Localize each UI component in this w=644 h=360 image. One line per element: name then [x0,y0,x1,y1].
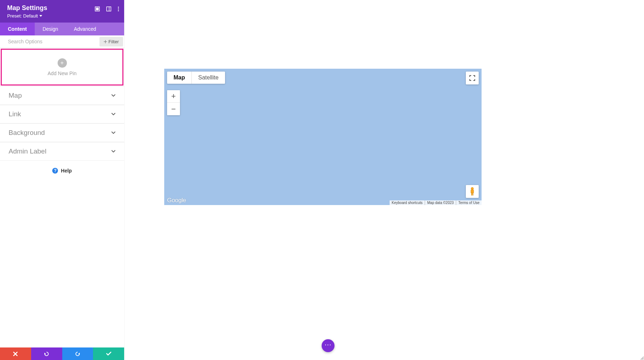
map-data-attribution[interactable]: Map data ©2023 [425,200,456,205]
accordion-label: Background [9,129,45,137]
svg-point-5 [118,9,119,10]
search-row: Filter [0,35,124,48]
settings-sidebar: Map Settings Preset: Default Content Des… [0,0,124,360]
resize-handle-icon[interactable] [640,356,644,360]
plus-icon [104,40,107,43]
chevron-down-icon [111,94,116,97]
sidebar-action-bar [0,347,124,360]
dock-icon[interactable] [106,6,111,11]
close-icon [13,352,18,356]
chevron-down-icon [111,150,116,153]
help-label: Help [61,168,72,174]
google-logo: Google [167,197,186,204]
accordion-map[interactable]: Map [0,86,124,105]
map-type-map[interactable]: Map [167,72,192,84]
map-terms-link[interactable]: Terms of Use [456,200,482,205]
accordion-background[interactable]: Background [0,123,124,142]
map-zoom-controls: + − [167,90,180,115]
map-type-tabs: Map Satellite [167,72,225,84]
google-map[interactable]: Map Satellite + − Google [164,69,482,205]
expand-icon[interactable] [95,6,100,11]
chevron-down-icon [111,113,116,116]
cancel-button[interactable] [0,347,31,360]
undo-icon [44,351,49,356]
svg-point-7 [471,188,474,190]
add-new-pin-button[interactable]: + Add New Pin [1,49,123,86]
map-pegman[interactable] [466,185,479,198]
redo-button[interactable] [62,347,93,360]
map-zoom-in-button[interactable]: + [167,90,180,103]
map-zoom-out-button[interactable]: − [167,103,180,115]
preset-dropdown[interactable]: Preset: Default [7,13,42,19]
accordion-label: Admin Label [9,147,47,155]
redo-icon [75,351,80,356]
accordion-label: Link [9,110,21,118]
pegman-icon [469,187,475,196]
check-icon [106,352,111,356]
svg-rect-8 [471,193,472,195]
sidebar-tabs: Content Design Advanced [0,23,124,35]
svg-rect-9 [473,193,473,195]
svg-point-4 [118,7,119,8]
help-icon: ? [52,168,58,174]
sidebar-header: Map Settings Preset: Default [0,0,124,23]
chevron-down-icon [111,131,116,134]
fullscreen-icon [469,75,475,81]
tab-advanced[interactable]: Advanced [66,23,104,35]
filter-label: Filter [108,39,119,44]
map-keyboard-shortcuts[interactable]: Keyboard shortcuts [390,200,425,205]
search-input[interactable] [0,39,99,44]
map-attribution: Keyboard shortcuts Map data ©2023 Terms … [390,200,482,205]
caret-down-icon [39,15,42,17]
accordion-link[interactable]: Link [0,105,124,123]
plus-circle-icon: + [58,58,67,68]
help-link[interactable]: ? Help [0,161,124,181]
preview-canvas: Map Satellite + − Google [124,0,644,360]
svg-rect-2 [107,7,111,11]
filter-button[interactable]: Filter [99,37,123,47]
map-fullscreen-button[interactable] [466,72,479,84]
map-type-satellite[interactable]: Satellite [192,72,225,84]
save-button[interactable] [93,347,124,360]
preset-label: Preset: Default [7,13,38,19]
more-dots-icon: ··· [325,340,332,349]
tab-design[interactable]: Design [35,23,66,35]
accordion-admin-label[interactable]: Admin Label [0,142,124,161]
svg-point-6 [118,10,119,11]
undo-button[interactable] [31,347,62,360]
svg-rect-1 [96,8,98,10]
more-options-icon[interactable] [118,6,119,11]
add-pin-label: Add New Pin [48,70,77,76]
accordion-label: Map [9,92,22,99]
tab-content[interactable]: Content [0,23,35,35]
floating-action-button[interactable]: ··· [322,339,335,352]
